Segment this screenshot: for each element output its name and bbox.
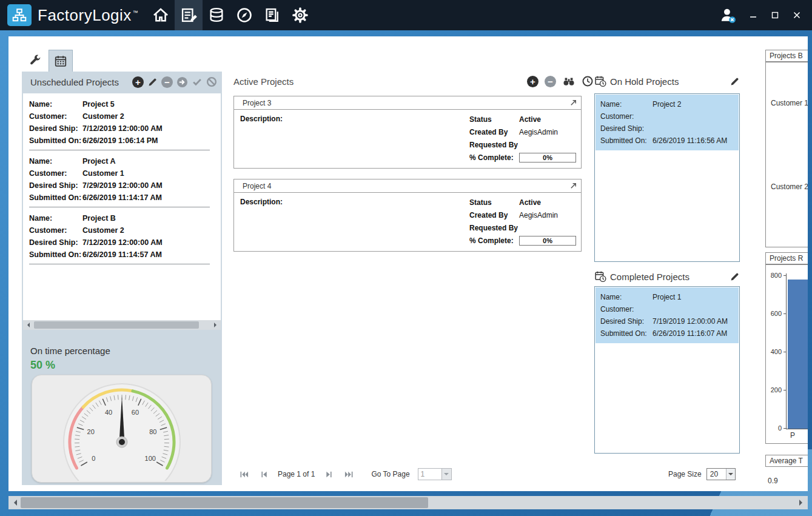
trademark: ™ — [133, 10, 139, 16]
field-label: Name: — [600, 291, 653, 303]
svg-text:100: 100 — [144, 455, 155, 462]
scroll-track[interactable] — [19, 496, 797, 509]
user-logout-icon[interactable] — [719, 6, 737, 24]
calendar-clock-icon — [594, 270, 606, 283]
on-hold-list: Name:Project 2 Customer: Desired Ship: S… — [594, 93, 740, 262]
edit-project-button[interactable] — [147, 77, 158, 87]
field-label: Desired Ship: — [600, 122, 653, 135]
field-value: 6/26/2019 1:06:14 PM — [82, 135, 158, 147]
field-label: Name: — [600, 98, 653, 110]
active-project-card: Project 3 Description: StatusActive Crea… — [233, 96, 582, 169]
project-card-header[interactable]: Project 4 — [234, 179, 581, 193]
completed-header: Completed Projects — [594, 270, 740, 283]
field-label: Submitted On: — [29, 192, 82, 204]
unscheduled-header: Unscheduled Projects + − — [22, 72, 222, 92]
app-title: FactoryLogix™ — [38, 6, 138, 25]
titlebar: FactoryLogix™ — [0, 0, 812, 30]
previous-page-button[interactable] — [258, 469, 270, 479]
status-value: Active — [519, 115, 541, 124]
edit-on-hold-button[interactable] — [730, 76, 740, 87]
remove-project-button[interactable]: − — [161, 76, 173, 88]
svg-text:80: 80 — [149, 428, 156, 435]
created-by-value: AegisAdmin — [519, 211, 558, 219]
project-card-body: Description: StatusActive Created ByAegi… — [234, 110, 581, 168]
unscheduled-horizontal-scrollbar[interactable] — [23, 320, 221, 330]
field-label: Customer: — [29, 167, 82, 179]
pagination: Page 1 of 1 Go To Page — [238, 468, 452, 480]
percent-complete-field[interactable]: 0% — [519, 236, 576, 246]
scroll-right-arrow[interactable] — [797, 496, 808, 509]
nav-documents-icon[interactable] — [258, 0, 286, 30]
unscheduled-project-item[interactable]: Name:Project A Customer:Customer 1 Desir… — [23, 150, 221, 207]
project-name: Project 4 — [243, 182, 271, 190]
scroll-left-arrow[interactable] — [8, 496, 19, 509]
status-value: Active — [519, 198, 541, 207]
go-to-page-input[interactable] — [418, 468, 442, 480]
project-card-header[interactable]: Project 3 — [234, 96, 581, 110]
page-size-control: Page Size 20 — [668, 468, 736, 480]
requested-by-label: Requested By — [469, 224, 519, 232]
expand-icon[interactable] — [569, 182, 577, 190]
category-label: Customer 1 — [771, 99, 808, 107]
close-button[interactable] — [791, 10, 802, 21]
nav-settings-gear-icon[interactable] — [286, 0, 314, 30]
history-button[interactable] — [582, 75, 594, 87]
move-to-schedule-button[interactable] — [176, 76, 188, 88]
remove-active-project-button[interactable]: − — [545, 76, 556, 87]
tab-tools[interactable] — [23, 50, 47, 72]
scroll-thumb[interactable] — [21, 497, 428, 508]
scroll-left-arrow[interactable] — [23, 320, 33, 330]
page-size-label: Page Size — [668, 470, 702, 478]
find-project-button[interactable] — [562, 75, 575, 88]
field-value: Customer 2 — [82, 110, 124, 122]
projects-chart-panel: 800 600 400 200 0 P — [765, 264, 808, 444]
last-page-button[interactable] — [343, 469, 355, 479]
first-page-button[interactable] — [238, 469, 250, 479]
edit-completed-button[interactable] — [730, 272, 740, 282]
scroll-track[interactable] — [33, 320, 211, 330]
field-value: Customer 2 — [82, 224, 124, 236]
nav-routing-icon[interactable] — [230, 0, 258, 30]
field-label: Desired Ship: — [29, 179, 82, 192]
field-label: Name: — [29, 155, 82, 167]
page-size-select[interactable]: 20 — [706, 468, 736, 480]
y-axis-tick: 0 — [766, 424, 782, 432]
created-by-value: AegisAdmin — [519, 128, 558, 136]
unscheduled-project-item[interactable]: Name:Project B Customer:Customer 2 Desir… — [23, 207, 221, 264]
project-meta: StatusActive Created ByAegisAdmin Reques… — [469, 196, 580, 247]
main-nav — [147, 0, 314, 30]
on-time-percentage-label: On time percentage — [30, 346, 110, 356]
app-window: FactoryLogix™ — [0, 0, 812, 516]
field-label: Customer: — [600, 303, 653, 315]
add-project-button[interactable]: + — [132, 76, 144, 88]
cancel-project-button[interactable] — [206, 76, 217, 87]
expand-icon[interactable] — [569, 99, 577, 107]
on-hold-project-item[interactable]: Name:Project 2 Customer: Desired Ship: S… — [596, 95, 739, 150]
pencil-icon — [730, 272, 740, 282]
unscheduled-project-item[interactable]: Name:Project 5 Customer:Customer 2 Desir… — [23, 93, 221, 150]
svg-text:40: 40 — [104, 409, 112, 416]
tab-schedule[interactable] — [49, 50, 73, 72]
percent-complete-field[interactable]: 0% — [519, 153, 576, 163]
nav-npi-projects-icon[interactable] — [175, 0, 203, 30]
created-by-label: Created By — [469, 128, 519, 136]
field-label: Customer: — [29, 110, 82, 122]
projects-by-panel-title: Projects B — [765, 50, 808, 62]
nav-home-icon[interactable] — [147, 0, 175, 30]
add-active-project-button[interactable]: + — [527, 76, 539, 87]
scroll-thumb[interactable] — [34, 321, 199, 329]
window-horizontal-scrollbar[interactable] — [8, 496, 808, 509]
scroll-right-arrow[interactable] — [211, 320, 221, 330]
field-label: Customer: — [600, 110, 653, 122]
minimize-button[interactable] — [748, 10, 759, 21]
go-to-page-dropdown-arrow-icon[interactable] — [442, 468, 452, 480]
projects-chart-title: Projects R — [765, 252, 808, 264]
next-page-button[interactable] — [323, 469, 335, 479]
field-label: Submitted On: — [600, 327, 653, 340]
field-value: Project 2 — [653, 98, 681, 110]
titlebar-right — [719, 6, 812, 24]
approve-project-button[interactable] — [192, 76, 203, 87]
completed-project-item[interactable]: Name:Project 1 Customer: Desired Ship:7/… — [596, 287, 739, 343]
nav-materials-icon[interactable] — [203, 0, 230, 30]
maximize-button[interactable] — [770, 10, 780, 21]
